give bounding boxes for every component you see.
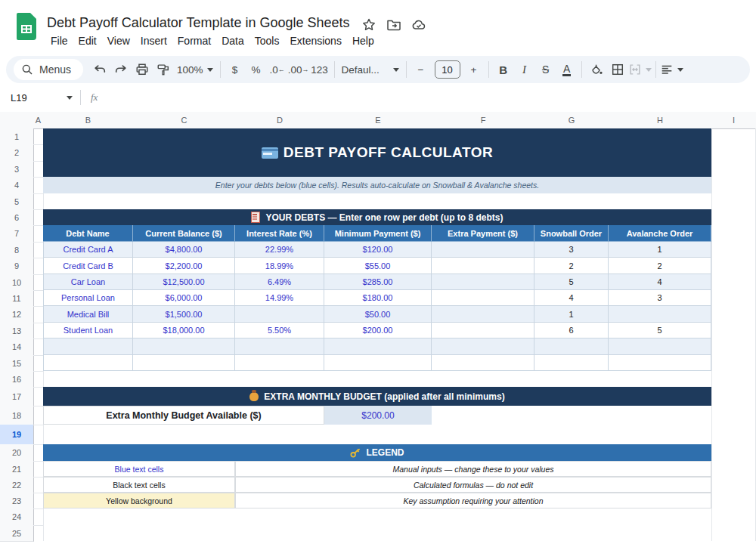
debt-cell-r7-c4[interactable] [324,338,432,355]
debt-cell-r2-c1[interactable]: Credit Card B [43,258,133,274]
debt-cell-r3-c3[interactable]: 6.49% [235,274,324,290]
menu-format[interactable]: Format [172,33,216,48]
debts-col-header-5[interactable]: Extra Payment ($) [432,225,534,242]
document-title[interactable]: Debt Payoff Calculator Template in Googl… [47,15,350,31]
row-header-19[interactable]: 19 [0,425,34,445]
debt-cell-r5-c1[interactable]: Medical Bill [43,306,133,323]
zoom-select[interactable]: 100% [174,59,216,80]
debts-col-header-2[interactable]: Current Balance ($) [133,225,235,242]
debt-cell-r6-c4[interactable]: $200.00 [324,323,432,338]
col-header-F[interactable]: F [432,112,535,129]
strikethrough-button[interactable]: S [535,59,556,80]
menu-file[interactable]: File [45,33,73,48]
menu-edit[interactable]: Edit [73,33,102,48]
font-size-input[interactable]: 10 [435,60,460,79]
decrease-decimals-button[interactable]: .0← [267,59,288,80]
select-all-corner[interactable] [0,112,34,129]
row-header-24[interactable]: 24 [0,508,34,526]
menu-tools[interactable]: Tools [249,33,285,48]
budget-value-cell[interactable]: $200.00 [324,406,432,425]
row-header-23[interactable]: 23 [0,493,34,509]
row-header-13[interactable]: 13 [0,323,34,339]
debts-col-header-3[interactable]: Interest Rate (%) [235,225,324,242]
debt-cell-r2-c5[interactable] [432,258,534,274]
undo-button[interactable] [89,59,110,80]
paint-format-button[interactable] [153,59,174,80]
debt-cell-r5-c7[interactable] [609,306,711,323]
col-header-A[interactable]: A [33,112,44,129]
legend-label-2[interactable]: Black text cells [43,477,235,493]
italic-button[interactable]: I [514,59,535,80]
row-header-12[interactable]: 12 [0,306,34,323]
increase-decimals-button[interactable]: .00→ [288,59,309,80]
menu-help[interactable]: Help [347,33,380,48]
debt-cell-r2-c3[interactable]: 18.99% [235,258,324,274]
debt-cell-r8-c7[interactable] [609,355,711,371]
debt-cell-r6-c5[interactable] [432,323,534,338]
menu-extensions[interactable]: Extensions [284,33,346,48]
col-header-G[interactable]: G [534,112,609,129]
format-percent-button[interactable]: % [246,59,267,80]
legend-desc-1[interactable]: Manual inputs — change these to your val… [235,461,711,477]
col-header-H[interactable]: H [609,112,712,129]
row-header-1[interactable]: 1 [0,128,34,145]
horizontal-align-button[interactable] [660,59,683,80]
debt-cell-r6-c1[interactable]: Student Loan [43,323,133,338]
fill-color-button[interactable] [586,59,607,80]
debts-section-header[interactable]: YOUR DEBTS — Enter one row per debt (up … [43,209,711,225]
more-formats-button[interactable]: 123 [309,59,330,80]
row-header-25[interactable]: 25 [0,525,34,542]
debt-cell-r4-c1[interactable]: Personal Loan [43,290,133,306]
debt-cell-r8-c2[interactable] [133,355,235,371]
debts-col-header-7[interactable]: Avalanche Order [609,225,711,242]
debt-cell-r5-c6[interactable]: 1 [534,306,609,323]
debt-cell-r2-c7[interactable]: 2 [609,258,711,274]
legend-desc-2[interactable]: Calculated formulas — do not edit [235,477,711,493]
menu-view[interactable]: View [102,33,135,48]
row-header-16[interactable]: 16 [0,371,34,388]
debt-cell-r3-c7[interactable]: 4 [609,274,711,290]
legend-section-header[interactable]: LEGEND [43,444,711,461]
budget-section-header[interactable]: EXTRA MONTHLY BUDGET (applied after all … [43,387,711,406]
debt-cell-r6-c2[interactable]: $18,000.00 [133,323,235,338]
debt-cell-r8-c6[interactable] [534,355,609,371]
debt-cell-r2-c2[interactable]: $2,200.00 [133,258,235,274]
debt-cell-r8-c3[interactable] [235,355,324,371]
move-to-folder-icon[interactable] [386,17,401,32]
row-header-15[interactable]: 15 [0,355,34,372]
debt-cell-r1-c3[interactable]: 22.99% [235,242,324,258]
debt-cell-r1-c4[interactable]: $120.00 [324,242,432,258]
debt-cell-r8-c5[interactable] [432,355,534,371]
decrease-font-size-button[interactable]: − [411,59,432,80]
debts-col-header-1[interactable]: Debt Name [43,225,133,242]
font-select[interactable]: Defaul... [339,59,402,80]
debt-cell-r5-c4[interactable]: $50.00 [324,306,432,323]
col-header-D[interactable]: D [235,112,325,129]
row-header-20[interactable]: 20 [0,444,34,462]
row-header-7[interactable]: 7 [0,225,34,243]
debt-cell-r4-c5[interactable] [432,290,534,306]
col-header-B[interactable]: B [43,112,134,129]
row-header-11[interactable]: 11 [0,290,34,307]
row-header-9[interactable]: 9 [0,258,34,275]
col-header-C[interactable]: C [133,112,236,129]
row-header-14[interactable]: 14 [0,338,34,356]
text-color-button[interactable]: A [556,59,578,80]
debt-cell-r4-c7[interactable]: 3 [609,290,711,306]
debt-cell-r5-c5[interactable] [432,306,534,323]
row-header-6[interactable]: 6 [0,209,34,226]
debt-cell-r1-c1[interactable]: Credit Card A [43,242,133,258]
debt-cell-r7-c3[interactable] [235,338,324,355]
debt-cell-r7-c2[interactable] [133,338,235,355]
debt-cell-r7-c1[interactable] [43,338,133,355]
debt-cell-r5-c3[interactable] [235,306,324,323]
menu-insert[interactable]: Insert [135,33,172,48]
borders-button[interactable] [607,59,628,80]
debt-cell-r3-c5[interactable] [432,274,534,290]
menu-data[interactable]: Data [216,33,249,48]
debt-cell-r1-c5[interactable] [432,242,534,258]
col-header-E[interactable]: E [324,112,432,129]
legend-label-3[interactable]: Yellow background [43,493,235,508]
debt-cell-r4-c2[interactable]: $6,000.00 [133,290,235,306]
debt-cell-r7-c7[interactable] [609,338,711,355]
